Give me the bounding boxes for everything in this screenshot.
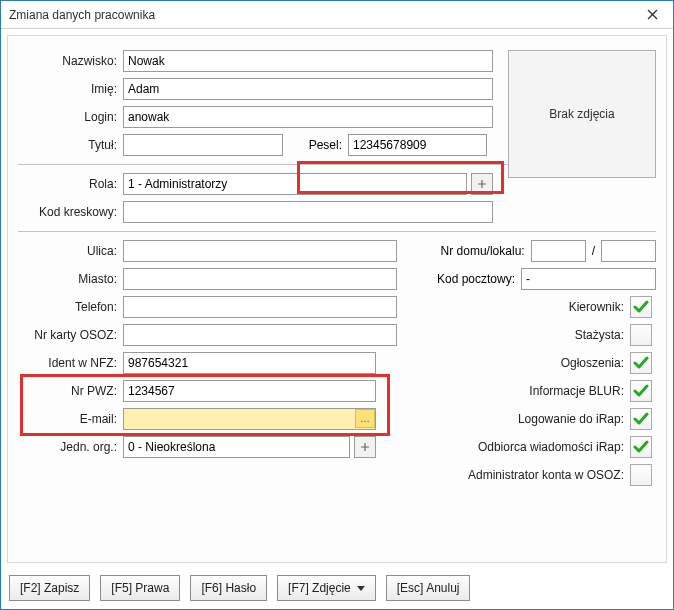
- label-ident-nfz: Ident w NFZ:: [18, 356, 123, 370]
- nr-lokalu-input[interactable]: [601, 240, 656, 262]
- imie-input[interactable]: [123, 78, 493, 100]
- jedn-org-input[interactable]: [123, 436, 350, 458]
- login-input[interactable]: [123, 106, 493, 128]
- label-stazysta: Stażysta:: [575, 328, 630, 342]
- prawa-button[interactable]: [F5] Prawa: [100, 575, 180, 601]
- label-kod-kreskowy: Kod kreskowy:: [18, 205, 123, 219]
- form-content: Brak zdjęcia Nazwisko: Imię: Login: Tytu…: [7, 35, 667, 563]
- zdjecie-button-label: [F7] Zdjęcie: [288, 581, 351, 595]
- label-miasto: Miasto:: [18, 272, 123, 286]
- label-irap-odbiorca: Odbiorca wiadomości iRap:: [478, 440, 630, 454]
- kod-kreskowy-input[interactable]: [123, 201, 493, 223]
- label-nr-pwz: Nr PWZ:: [18, 384, 123, 398]
- nr-domu-input[interactable]: [531, 240, 586, 262]
- label-email: E-mail:: [18, 412, 123, 426]
- zdjecie-button[interactable]: [F7] Zdjęcie: [277, 575, 376, 601]
- label-ogloszenia: Ogłoszenia:: [561, 356, 630, 370]
- titlebar: Zmiana danych pracownika: [1, 1, 673, 29]
- label-osoz-admin: Administrator konta w OSOZ:: [468, 468, 630, 482]
- footer-buttons: [F2] Zapisz [F5] Prawa [F6] Hasło [F7] Z…: [1, 569, 673, 609]
- label-nr-karty-osoz: Nr karty OSOZ:: [18, 328, 123, 342]
- label-pesel: Pesel:: [283, 138, 348, 152]
- label-kod-pocztowy: Kod pocztowy:: [413, 272, 521, 286]
- jedn-org-picker-button[interactable]: [354, 436, 376, 458]
- chevron-down-icon: [357, 586, 365, 591]
- ident-nfz-input[interactable]: [123, 352, 376, 374]
- tytul-input[interactable]: [123, 134, 283, 156]
- irap-odbiorca-checkbox[interactable]: [630, 436, 652, 458]
- osoz-admin-checkbox[interactable]: [630, 464, 652, 486]
- label-tytul: Tytuł:: [18, 138, 123, 152]
- anuluj-button[interactable]: [Esc] Anuluj: [386, 575, 471, 601]
- close-button[interactable]: [631, 1, 673, 29]
- photo-placeholder-label: Brak zdjęcia: [549, 107, 614, 121]
- nr-karty-osoz-input[interactable]: [123, 324, 397, 346]
- label-login: Login:: [18, 110, 123, 124]
- rola-input[interactable]: [123, 173, 467, 195]
- window-title: Zmiana danych pracownika: [9, 8, 155, 22]
- zapisz-button[interactable]: [F2] Zapisz: [9, 575, 90, 601]
- label-blur: Informacje BLUR:: [529, 384, 630, 398]
- label-nr-domu: Nr domu/lokalu:: [413, 244, 531, 258]
- label-nazwisko: Nazwisko:: [18, 54, 123, 68]
- email-input[interactable]: [123, 408, 376, 430]
- ulica-input[interactable]: [123, 240, 397, 262]
- photo-placeholder[interactable]: Brak zdjęcia: [508, 50, 656, 178]
- stazysta-checkbox[interactable]: [630, 324, 652, 346]
- kod-pocztowy-input[interactable]: [521, 268, 656, 290]
- ogloszenia-checkbox[interactable]: [630, 352, 652, 374]
- label-jedn-org: Jedn. org.:: [18, 440, 123, 454]
- kierownik-checkbox[interactable]: [630, 296, 652, 318]
- label-telefon: Telefon:: [18, 300, 123, 314]
- rola-picker-button[interactable]: [471, 173, 493, 195]
- telefon-input[interactable]: [123, 296, 397, 318]
- email-picker-button[interactable]: …: [355, 409, 375, 428]
- label-rola: Rola:: [18, 177, 123, 191]
- label-ulica: Ulica:: [18, 244, 123, 258]
- blur-checkbox[interactable]: [630, 380, 652, 402]
- label-kierownik: Kierownik:: [569, 300, 630, 314]
- employee-edit-window: Zmiana danych pracownika Brak zdjęcia Na…: [0, 0, 674, 610]
- nazwisko-input[interactable]: [123, 50, 493, 72]
- nr-pwz-input[interactable]: [123, 380, 376, 402]
- irap-login-checkbox[interactable]: [630, 408, 652, 430]
- miasto-input[interactable]: [123, 268, 397, 290]
- label-slash: /: [586, 244, 601, 258]
- pesel-input[interactable]: [348, 134, 487, 156]
- label-imie: Imię:: [18, 82, 123, 96]
- label-irap-login: Logowanie do iRap:: [518, 412, 630, 426]
- separator-2: [18, 231, 656, 232]
- haslo-button[interactable]: [F6] Hasło: [190, 575, 267, 601]
